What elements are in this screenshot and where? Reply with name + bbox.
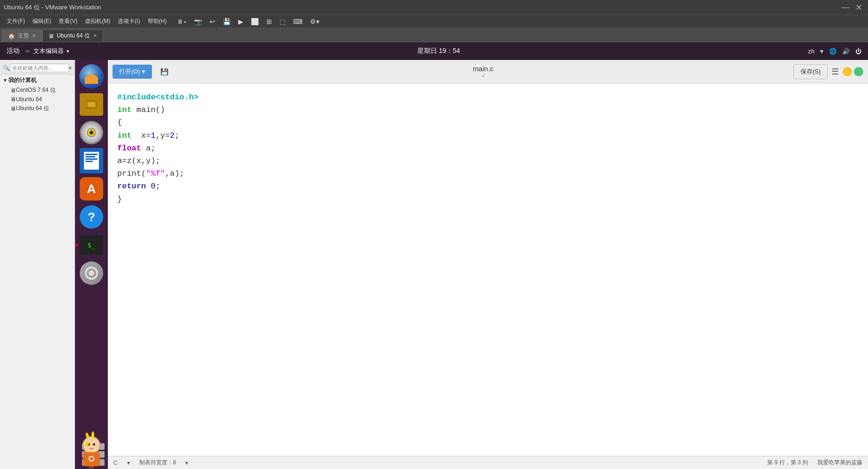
code-return-val — [146, 180, 151, 193]
menu-help[interactable]: 帮助(H) — [144, 16, 171, 26]
dock-help[interactable]: ? — [79, 204, 104, 230]
thunderbird-icon — [79, 64, 104, 89]
code-brace-close: } — [117, 193, 122, 206]
dock-appstore[interactable]: A — [79, 176, 104, 201]
window-controls — [843, 67, 863, 76]
search-icon: 🔍 — [3, 65, 10, 71]
vm-content: 活动 ✏ 文本编辑器 ▾ 星期日 19：54 zh ▾ 🌐 🔊 ⏻ 🔍 ▾ — [0, 42, 868, 469]
open-button[interactable]: 打开(O) ▾ — [113, 65, 152, 79]
code-line-2: int main() — [117, 104, 859, 116]
unity-btn[interactable]: ⊞ — [264, 16, 275, 27]
code-preproc: #include<stdio.h> — [117, 91, 198, 104]
hamburger-menu-button[interactable]: ☰ — [831, 67, 839, 77]
dock-writer[interactable] — [79, 148, 104, 173]
sidebar-item-centos[interactable]: 🖥 CentOS 7 64 位 — [0, 85, 75, 95]
app-menu-arrow[interactable]: ▾ — [67, 48, 69, 54]
ubuntu-desktop: A ? $_ — [75, 60, 868, 469]
vmware-menubar: 文件(F) 编辑(E) 查看(V) 虚拟机(M) 选项卡(I) 帮助(H) ⏸▾… — [0, 15, 868, 28]
vmware-tabs: 🏠 主页 ✕ 🖥 Ubuntu 64 位 ✕ — [0, 28, 868, 42]
resume-btn[interactable]: ▶ — [235, 16, 246, 27]
tab-ubuntu-label: Ubuntu 64 位 — [57, 32, 90, 40]
dock-terminal[interactable]: $_ — [79, 232, 104, 258]
tab-home[interactable]: 🏠 主页 ✕ — [2, 30, 42, 42]
sidebar-item-ubuntu64pos[interactable]: 🖥 Ubuntu 64 位 — [0, 104, 75, 113]
menu-edit[interactable]: 编辑(E) — [29, 16, 55, 26]
vmware-window-controls: — ✕ — [839, 2, 864, 13]
volume-icon[interactable]: 🔊 — [842, 48, 850, 55]
snapshot-btn[interactable]: 📷 — [191, 16, 205, 27]
writer-icon — [80, 148, 103, 173]
dock-files[interactable] — [79, 92, 104, 117]
code-line-5: float a; — [117, 142, 859, 155]
lang-label: C — [113, 460, 118, 466]
menu-view[interactable]: 查看(V) — [55, 16, 81, 26]
search-input[interactable] — [10, 64, 69, 72]
code-line-7: print("%f",a); — [117, 167, 859, 180]
dock-thunderbird[interactable] — [79, 64, 104, 89]
files-icon — [80, 93, 103, 116]
code-int-decl: x= — [132, 129, 151, 142]
dock-rhythmbox[interactable] — [79, 120, 104, 145]
close-button[interactable]: ✕ — [853, 2, 864, 13]
sidebar-item-ubuntu64[interactable]: 🖥 Ubuntu 64 — [0, 95, 75, 104]
menu-file[interactable]: 文件(F) — [3, 16, 29, 26]
settings-icon — [80, 261, 103, 285]
power-icon[interactable]: ⏻ — [855, 48, 861, 55]
code-brace-open: { — [117, 116, 122, 129]
save-icon-button[interactable]: 💾 — [156, 65, 173, 78]
tab-home-icon: 🏠 — [8, 33, 15, 39]
gnome-topbar-right: zh ▾ 🌐 🔊 ⏻ — [808, 48, 861, 55]
code-area[interactable]: #include<stdio.h> int main() { int x=1,y… — [108, 83, 868, 456]
lang-dropdown-icon[interactable]: ▾ — [820, 48, 823, 55]
code-num-1: 1 — [151, 129, 155, 142]
gnome-topbar: 活动 ✏ 文本编辑器 ▾ 星期日 19：54 zh ▾ 🌐 🔊 ⏻ — [0, 42, 868, 60]
console-btn[interactable]: ⌨ — [290, 16, 305, 27]
code-num-2: 2 — [170, 129, 174, 142]
tab-ubuntu[interactable]: 🖥 Ubuntu 64 位 ✕ — [42, 30, 103, 42]
fullscreen-btn[interactable]: ⬜ — [248, 16, 262, 27]
vmware-toolbar: ⏸▾ 📷 ↩ 💾 ▶ ⬜ ⊞ ⬚ ⌨ ⚙▾ — [174, 16, 322, 27]
save-button[interactable]: 保存(S) — [793, 64, 828, 79]
gnome-activities-btn[interactable]: 活动 — [7, 47, 20, 55]
kw-float: float — [117, 142, 141, 155]
menu-tabs[interactable]: 选项卡(I) — [114, 16, 143, 26]
suspend-btn[interactable]: 💾 — [220, 16, 234, 27]
tab-width-label: 制表符宽度：8 — [139, 459, 176, 467]
appstore-icon: A — [80, 177, 103, 201]
gedit-pencil-icon: ✏ — [25, 48, 30, 55]
lang-indicator[interactable]: zh — [808, 48, 815, 55]
search-dropdown[interactable]: ▾ — [69, 65, 72, 71]
open-button-label: 打开(O) — [119, 67, 140, 76]
code-print-2: ,a); — [165, 167, 184, 180]
window-maximize-button[interactable] — [854, 67, 863, 76]
network-icon[interactable]: 🌐 — [829, 48, 837, 55]
text-editor: 打开(O) ▾ 💾 main.c -/ 保存(S) ☰ — [108, 60, 868, 469]
sidebar-search-container: 🔍 ▾ — [0, 62, 75, 74]
vmware-sidebar: 🔍 ▾ ▾ 我的计算机 🖥 CentOS 7 64 位 🖥 Ubuntu 64 … — [0, 60, 75, 469]
dock-settings[interactable] — [79, 261, 104, 286]
tab-dropdown-btn[interactable]: ▾ — [185, 460, 188, 466]
minimize-button[interactable]: — — [839, 2, 852, 13]
app-name-label: 文本编辑器 — [33, 47, 64, 55]
kw-return: return — [117, 180, 146, 193]
code-line-1: #include<stdio.h> — [117, 91, 859, 104]
cursor-position: 第 9 行，第 3 列 — [767, 459, 808, 467]
gear-icon — [85, 267, 98, 280]
menu-vm[interactable]: 虚拟机(M) — [81, 16, 114, 26]
restore-btn[interactable]: ↩ — [207, 16, 218, 27]
pause-btn[interactable]: ⏸▾ — [174, 16, 189, 27]
stretch-btn[interactable]: ⬚ — [277, 16, 288, 27]
editor-filepath: -/ — [177, 73, 790, 78]
code-line-8: return 0; — [117, 180, 859, 193]
tab-ubuntu-close[interactable]: ✕ — [93, 33, 97, 39]
options-btn[interactable]: ⚙▾ — [307, 16, 322, 27]
code-line-4: int x=1,y=2; — [117, 129, 859, 142]
lang-dropdown-btn[interactable]: ▾ — [127, 460, 130, 466]
tab-home-close[interactable]: ✕ — [32, 33, 36, 39]
editor-toolbar: 打开(O) ▾ 💾 main.c -/ 保存(S) ☰ — [108, 60, 868, 83]
sidebar-group-mycomputer[interactable]: ▾ 我的计算机 — [0, 75, 75, 85]
editor-filename-container: main.c -/ — [177, 65, 790, 78]
code-float-decl: a; — [141, 142, 156, 155]
code-assign: a=z(x,y); — [117, 155, 160, 167]
window-minimize-button[interactable] — [843, 67, 852, 76]
